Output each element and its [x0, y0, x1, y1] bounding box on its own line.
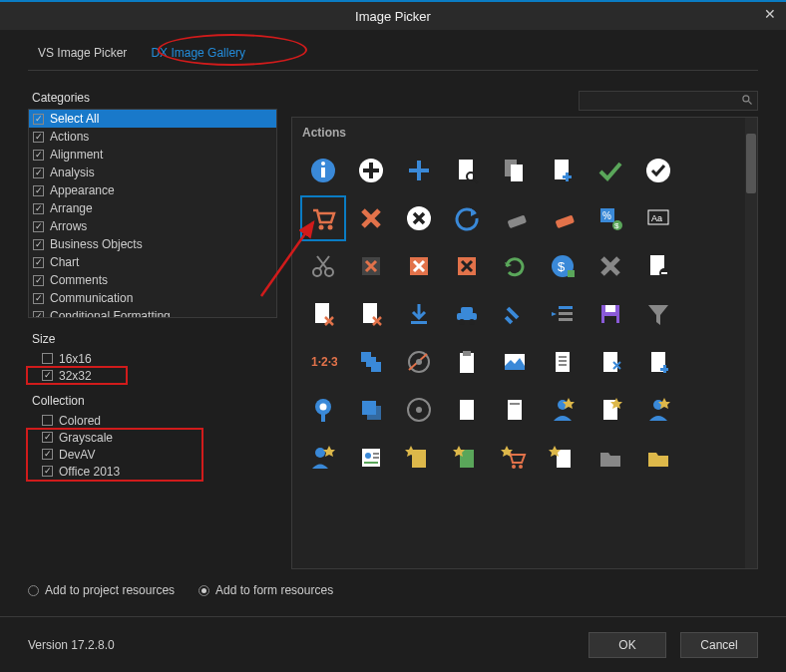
cancel-button[interactable]: Cancel	[680, 632, 758, 658]
note-new-icon[interactable]	[444, 435, 490, 481]
checkbox-icon[interactable]	[33, 293, 44, 304]
gallery-scrollbar[interactable]	[745, 118, 757, 568]
filter-icon[interactable]	[635, 291, 681, 337]
plus-icon[interactable]	[396, 148, 442, 193]
target-icon[interactable]	[396, 339, 442, 385]
page-new-icon[interactable]	[396, 435, 442, 481]
radio-form-resources[interactable]: Add to form resources	[198, 583, 333, 597]
car-icon[interactable]	[444, 291, 490, 337]
money-icon[interactable]: $	[540, 243, 586, 289]
cart-new-icon[interactable]	[492, 435, 538, 481]
x-red-icon[interactable]	[348, 195, 394, 241]
collection-row[interactable]: DevAV	[28, 446, 277, 463]
x-box-icon[interactable]	[348, 243, 394, 289]
folder-icon[interactable]	[588, 435, 633, 481]
scrollbar-thumb[interactable]	[746, 134, 756, 193]
doc-del-icon[interactable]	[300, 291, 346, 337]
check-icon[interactable]	[588, 148, 633, 193]
collection-row[interactable]: Colored	[28, 412, 277, 429]
x-circle-icon[interactable]	[396, 195, 442, 241]
category-row[interactable]: Arrange	[29, 199, 276, 217]
doc-plus-icon[interactable]	[635, 339, 681, 385]
user-edit-icon[interactable]	[300, 435, 346, 481]
about-icon[interactable]	[300, 148, 346, 193]
checkbox-icon[interactable]	[33, 185, 44, 196]
checkbox-icon[interactable]	[33, 203, 44, 214]
category-row[interactable]: Arrows	[29, 217, 276, 235]
discount-icon[interactable]: %$	[588, 195, 633, 241]
cut-icon[interactable]	[300, 243, 346, 289]
doc-search-icon[interactable]	[444, 148, 490, 193]
search-box[interactable]	[579, 91, 758, 111]
rename-icon[interactable]: Aa	[635, 195, 681, 241]
checkbox-icon[interactable]	[33, 221, 44, 232]
indent-icon[interactable]	[540, 291, 586, 337]
doc-open-icon[interactable]	[588, 339, 633, 385]
search-icon[interactable]	[741, 94, 753, 109]
page-star-icon[interactable]	[588, 387, 633, 433]
download-icon[interactable]	[396, 291, 442, 337]
size-row[interactable]: 16x16	[28, 350, 277, 367]
checkbox-icon[interactable]	[42, 432, 53, 443]
checkbox-icon[interactable]	[33, 150, 44, 161]
checkbox-icon[interactable]	[33, 114, 44, 125]
category-row[interactable]: Appearance	[29, 181, 276, 199]
page-new2-icon[interactable]	[540, 435, 586, 481]
tab-vs-image-picker[interactable]: VS Image Picker	[34, 44, 131, 62]
tab-dx-image-gallery[interactable]: DX Image Gallery	[147, 44, 249, 62]
size-row[interactable]: 32x32	[28, 367, 277, 384]
add-circle-icon[interactable]	[348, 148, 394, 193]
user-plus-icon[interactable]	[635, 387, 681, 433]
checkbox-icon[interactable]	[33, 311, 44, 319]
checkbox-icon[interactable]	[33, 239, 44, 250]
checkbox-icon[interactable]	[33, 257, 44, 268]
eraser-icon[interactable]	[492, 195, 538, 241]
123-icon[interactable]: 1·2·3	[300, 339, 346, 385]
refresh-icon[interactable]	[492, 243, 538, 289]
disc-icon[interactable]	[396, 387, 442, 433]
checkbox-icon[interactable]	[33, 275, 44, 286]
folder2-icon[interactable]	[635, 435, 681, 481]
category-row[interactable]: Actions	[29, 128, 276, 146]
doc-icon[interactable]	[540, 339, 586, 385]
ok-circle-icon[interactable]	[635, 148, 681, 193]
pin-icon[interactable]	[300, 387, 346, 433]
x-box2-icon[interactable]	[396, 243, 442, 289]
checkbox-icon[interactable]	[42, 415, 53, 426]
category-row[interactable]: Select All	[29, 110, 276, 128]
categories-list[interactable]: Select AllActionsAlignmentAnalysisAppear…	[28, 109, 277, 318]
category-row[interactable]: Alignment	[29, 146, 276, 164]
page2-icon[interactable]	[492, 387, 538, 433]
eraser-red-icon[interactable]	[540, 195, 586, 241]
collection-row[interactable]: Grayscale	[28, 429, 277, 446]
doc-x-icon[interactable]	[348, 291, 394, 337]
radio-project-resources[interactable]: Add to project resources	[28, 583, 175, 597]
cart-icon[interactable]	[300, 195, 346, 241]
refresh-alt-icon[interactable]	[444, 195, 490, 241]
doc-minus-icon[interactable]	[635, 243, 681, 289]
category-row[interactable]: Chart	[29, 253, 276, 271]
checkbox-icon[interactable]	[33, 132, 44, 143]
checkbox-icon[interactable]	[42, 466, 53, 477]
category-row[interactable]: Conditional Formatting	[29, 307, 276, 318]
checkbox-icon[interactable]	[42, 370, 53, 381]
page-icon[interactable]	[444, 387, 490, 433]
doc-add-icon[interactable]	[540, 148, 586, 193]
picture-icon[interactable]	[492, 339, 538, 385]
edit-icon[interactable]	[492, 291, 538, 337]
close-icon[interactable]: ✕	[764, 6, 776, 22]
checkbox-icon[interactable]	[42, 353, 53, 364]
collection-row[interactable]: Office 2013	[28, 463, 277, 480]
windows-icon[interactable]	[348, 339, 394, 385]
x-gray-icon[interactable]	[588, 243, 633, 289]
category-row[interactable]: Comments	[29, 271, 276, 289]
category-row[interactable]: Analysis	[29, 164, 276, 181]
checkbox-icon[interactable]	[33, 168, 44, 178]
profile-icon[interactable]	[348, 435, 394, 481]
layers-icon[interactable]	[348, 387, 394, 433]
user-star-icon[interactable]	[540, 387, 586, 433]
doc-copy-icon[interactable]	[492, 148, 538, 193]
category-row[interactable]: Communication	[29, 289, 276, 307]
ok-button[interactable]: OK	[589, 632, 666, 658]
clipboard-icon[interactable]	[444, 339, 490, 385]
